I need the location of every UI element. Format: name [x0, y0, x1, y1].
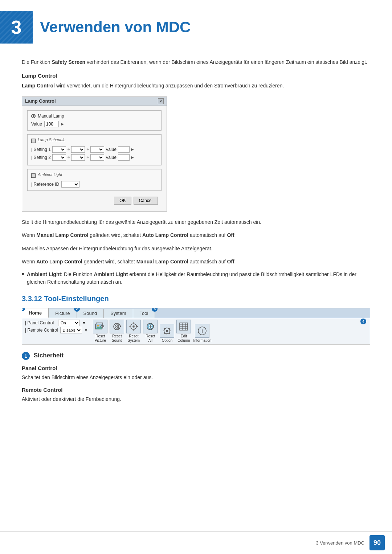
remote-control-select[interactable]: Disable — [60, 327, 82, 333]
chapter-title: Verwenden von MDC — [40, 19, 191, 36]
setting2-min[interactable]: -- — [71, 154, 85, 161]
tool-settings-heading: 3.3.12 Tool-Einstellungen — [22, 295, 370, 303]
information-label: Information — [193, 338, 211, 343]
lamp-text2: Wenn Manual Lamp Control geändert wird, … — [22, 231, 370, 239]
svg-point-10 — [166, 330, 168, 332]
panel-control-select[interactable]: On — [58, 320, 80, 326]
option-group: Option — [160, 324, 174, 343]
ambient-light-text: Ambient Light: Die Funktion Ambient Ligh… — [27, 271, 370, 286]
value-label: Value — [31, 122, 42, 127]
bullet-dot — [22, 273, 24, 275]
tab-tool-label: Tool — [140, 311, 148, 316]
cancel-button[interactable]: Cancel — [134, 197, 158, 205]
dialog-body: Manual Lamp Value ▶ Lamp Schedule — [22, 106, 167, 211]
tab-sound[interactable]: 2 Sound — [77, 309, 104, 318]
toolbar-icons: ResetPicture ResetSound — [93, 320, 211, 343]
panel-control-heading: Panel Control — [22, 365, 370, 371]
remote-control-heading: Remote Control — [22, 387, 370, 393]
tab-home[interactable]: 1 Home — [22, 308, 49, 318]
reset-sound-button[interactable] — [110, 320, 124, 333]
lamp-control-heading: Lamp Control — [22, 73, 370, 79]
information-icon: i — [197, 326, 207, 336]
reset-picture-group: ResetPicture — [93, 320, 107, 343]
security-heading-text: Sicherheit — [34, 352, 64, 359]
dialog-footer: OK Cancel — [27, 194, 162, 207]
panel-control-text: Schaltet den Bildschirm eines Anzeigeger… — [22, 373, 370, 381]
toolbar-screenshot: 1 Home Picture 2 Sound System Tool 3 4 — [22, 308, 370, 345]
toolbar-tabs: 1 Home Picture 2 Sound System Tool 3 4 — [22, 308, 370, 318]
reset-all-icon — [145, 321, 155, 332]
tab-tool[interactable]: Tool 3 — [133, 309, 155, 318]
security-number-circle: 1 — [22, 352, 30, 360]
tab-system[interactable]: System — [104, 309, 133, 318]
security-heading: 1 Sicherheit — [22, 352, 370, 360]
reset-sound-group: ResetSound — [110, 320, 124, 343]
reset-sound-label: ResetSound — [112, 334, 122, 343]
edit-column-button[interactable] — [176, 320, 191, 333]
lamp-text3: Manuelles Anpassen der Hintergrundbeleuc… — [22, 245, 370, 253]
chapter-number-box: 3 — [0, 11, 33, 44]
setting1-row: | Setting 1 -- ÷ -- ÷ -- Value ▶ — [31, 146, 158, 153]
edit-column-group: EditColumn — [176, 320, 191, 343]
setting1-arrow[interactable]: ▶ — [131, 147, 134, 151]
reset-all-button[interactable] — [143, 320, 158, 333]
edit-column-icon — [179, 321, 189, 332]
reset-picture-button[interactable] — [93, 320, 107, 333]
reset-system-button[interactable] — [126, 320, 141, 333]
setting2-row: | Setting 2 -- ÷ -- ÷ -- Value ▶ — [31, 154, 158, 161]
tab-home-label: Home — [29, 310, 42, 316]
page-number-badge: 90 — [369, 535, 385, 550]
svg-point-2 — [97, 325, 99, 327]
setting2-hour[interactable]: -- — [52, 154, 66, 161]
reference-id-select[interactable] — [61, 181, 79, 188]
tab-picture-label: Picture — [55, 311, 70, 316]
setting2-arrow[interactable]: ▶ — [131, 155, 134, 159]
option-label: Option — [162, 338, 172, 343]
manual-lamp-radio[interactable] — [31, 114, 36, 118]
remote-control-label: | Remote Control — [25, 328, 58, 333]
remote-control-text: Aktiviert oder deaktiviert die Fernbedie… — [22, 395, 370, 403]
setting1-value[interactable] — [118, 146, 130, 153]
option-button[interactable] — [160, 324, 174, 338]
chapter-header: 3 Verwenden von MDC — [0, 0, 392, 51]
lamp-text1: Stellt die Hintergrundbeleuchtung für da… — [22, 218, 370, 226]
reset-all-group: ResetAll — [143, 320, 158, 343]
reset-system-icon — [128, 321, 139, 332]
ambient-light-bullet: Ambient Light: Die Funktion Ambient Ligh… — [22, 271, 370, 286]
lamp-control-dialog-wrapper: Lamp Control × Manual Lamp Value — [22, 97, 370, 212]
toolbar-body: | Panel Control On ▼ | Remote Control Di… — [22, 318, 370, 344]
value-arrow-button[interactable]: ▶ — [61, 122, 64, 126]
setting2-sec[interactable]: -- — [90, 154, 104, 161]
ambient-light-checkbox[interactable] — [31, 173, 36, 178]
ok-button[interactable]: OK — [114, 197, 131, 205]
dialog-close-button[interactable]: × — [158, 98, 164, 104]
toolbar-left-controls: | Panel Control On ▼ | Remote Control Di… — [25, 320, 88, 343]
dialog-title: Lamp Control — [25, 98, 56, 104]
lamp-control-dialog: Lamp Control × Manual Lamp Value — [22, 97, 167, 212]
value-row: Value ▶ — [31, 121, 158, 127]
page-content: Die Funktion Safety Screen verhindert da… — [0, 51, 392, 430]
ambient-light-section: Ambient Light | Reference ID — [27, 169, 162, 191]
information-button[interactable]: i — [195, 324, 209, 338]
reset-all-label: ResetAll — [146, 334, 155, 343]
reset-system-group: ResetSystem — [126, 320, 141, 343]
edit-column-label: EditColumn — [177, 334, 190, 343]
panel-control-arrow[interactable]: ▼ — [82, 321, 86, 325]
setting1-min[interactable]: -- — [71, 146, 85, 153]
setting1-hour[interactable]: -- — [52, 146, 66, 153]
reset-system-label: ResetSystem — [128, 334, 140, 343]
tab-number-1: 1 — [22, 308, 25, 311]
lamp-schedule-section: Lamp Schedule | Setting 1 -- ÷ -- ÷ -- V… — [27, 134, 162, 165]
lamp-control-desc: Lamp Control wird verwendet, um die Hint… — [22, 82, 370, 90]
lamp-text4: Wenn Auto Lamp Control geändert wird, sc… — [22, 258, 370, 266]
information-group: i Information — [193, 324, 211, 343]
remote-control-arrow[interactable]: ▼ — [84, 328, 88, 332]
setting1-sec[interactable]: -- — [90, 146, 104, 153]
setting2-value[interactable] — [118, 154, 130, 161]
tab-picture[interactable]: Picture — [49, 309, 77, 318]
value-input[interactable] — [44, 121, 59, 127]
panel-control-label: | Panel Control — [25, 320, 56, 325]
lamp-schedule-checkbox[interactable] — [31, 139, 36, 143]
page-footer: 3 Verwenden von MDC 90 — [0, 531, 392, 554]
reset-picture-label: ResetPicture — [95, 334, 106, 343]
